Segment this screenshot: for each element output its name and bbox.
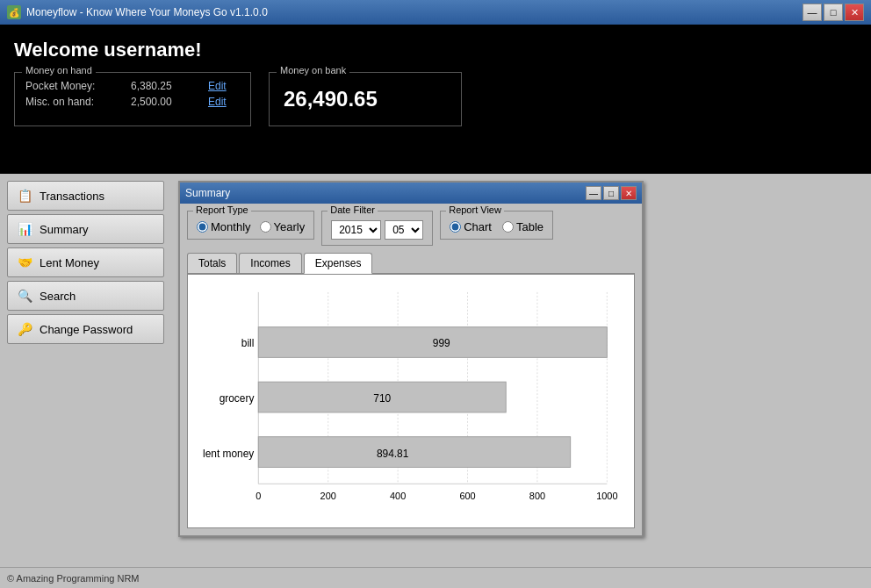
sidebar-lent-money-button[interactable]: 🤝 Lent Money	[7, 247, 164, 277]
sidebar: 📋 Transactions 📊 Summary 🤝 Lent Money 🔍 …	[0, 174, 171, 567]
summary-window-title: Summary	[185, 187, 230, 199]
summary-close-button[interactable]: ✕	[621, 186, 637, 200]
app-footer: © Amazing Programming NRM	[0, 567, 871, 588]
search-icon: 🔍	[17, 288, 32, 304]
tab-totals[interactable]: Totals	[187, 253, 237, 273]
lent-money-label: Lent Money	[40, 256, 99, 269]
x-axis-400: 400	[390, 491, 406, 501]
money-on-bank-label: Money on bank	[277, 65, 349, 75]
month-select[interactable]: 01 02 03 04 05 06 07 08 09 10 11	[385, 220, 423, 240]
transactions-label: Transactions	[40, 190, 104, 203]
tab-incomes[interactable]: Incomes	[239, 253, 301, 273]
app-icon: 💰	[7, 5, 21, 19]
year-select[interactable]: 2013 2014 2015 2016	[331, 220, 381, 240]
table-radio-item[interactable]: Table	[502, 220, 543, 233]
bar-chart: 999 bill 710 grocery 894.81 lent money 0…	[197, 283, 625, 519]
misc-value: 2,500.00	[131, 96, 201, 108]
date-filter-group: Date Filter 2013 2014 2015 2016 01 02	[321, 211, 433, 246]
summary-body: Report Type Monthly Yearly	[180, 204, 642, 535]
panel-area: Summary — □ ✕ Report Type	[171, 174, 871, 567]
summary-icon: 📊	[17, 221, 32, 237]
x-axis-800: 800	[529, 491, 545, 501]
pocket-money-label: Pocket Money:	[25, 80, 131, 92]
password-icon: 🔑	[17, 321, 32, 337]
chart-radio[interactable]	[450, 221, 461, 233]
table-radio[interactable]	[502, 221, 514, 233]
bar-lent-money-label: 894.81	[377, 448, 409, 460]
pocket-money-value: 6,380.25	[131, 80, 201, 92]
summary-window-controls: — □ ✕	[586, 186, 637, 200]
pocket-money-row: Pocket Money: 6,380.25 Edit	[25, 80, 240, 92]
money-on-hand-label: Money on hand	[22, 65, 96, 75]
category-bill: bill	[241, 337, 255, 349]
summary-label: Summary	[40, 223, 89, 236]
chart-radio-item[interactable]: Chart	[450, 220, 492, 233]
x-axis-1000: 1000	[596, 491, 617, 501]
report-view-radio-row: Chart Table	[450, 217, 543, 233]
controls-row: Report Type Monthly Yearly	[187, 211, 635, 246]
summary-maximize-button[interactable]: □	[603, 186, 619, 200]
sidebar-transactions-button[interactable]: 📋 Transactions	[7, 181, 164, 211]
bar-bill-label: 999	[433, 337, 450, 349]
bottom-section: 📋 Transactions 📊 Summary 🤝 Lent Money 🔍 …	[0, 174, 871, 567]
monthly-radio[interactable]	[197, 221, 208, 233]
report-type-label: Report Type	[193, 204, 251, 215]
bar-grocery-label: 710	[373, 392, 391, 405]
misc-label: Misc. on hand:	[25, 96, 131, 108]
summary-titlebar: Summary — □ ✕	[180, 183, 642, 204]
money-on-bank-panel: Money on bank 26,490.65	[269, 72, 462, 126]
category-grocery: grocery	[220, 392, 255, 405]
change-password-label: Change Password	[40, 323, 133, 336]
bar-lent-money	[258, 437, 570, 468]
chart-label: Chart	[464, 220, 492, 233]
misc-edit[interactable]: Edit	[208, 96, 227, 108]
sidebar-search-button[interactable]: 🔍 Search	[7, 281, 164, 311]
window-controls: — □ ✕	[803, 4, 864, 21]
minimize-button[interactable]: —	[803, 4, 822, 21]
yearly-radio-item[interactable]: Yearly	[260, 220, 306, 233]
title-bar: 💰 Moneyflow - Know Where Your Moneys Go …	[0, 0, 871, 25]
header-section: Welcome username! Money on hand Pocket M…	[0, 25, 871, 174]
x-axis-600: 600	[459, 491, 475, 501]
report-type-group: Report Type Monthly Yearly	[187, 211, 314, 240]
summary-minimize-button[interactable]: —	[586, 186, 601, 200]
yearly-label: Yearly	[274, 220, 306, 233]
app-title: Moneyflow - Know Where Your Moneys Go v1…	[26, 6, 268, 18]
yearly-radio[interactable]	[260, 221, 271, 233]
lent-money-icon: 🤝	[17, 255, 32, 270]
monthly-label: Monthly	[211, 220, 251, 233]
category-lent-money: lent money	[203, 448, 254, 460]
table-label: Table	[516, 220, 543, 233]
report-view-label: Report View	[446, 204, 504, 215]
tab-expenses[interactable]: Expenses	[304, 253, 373, 274]
maximize-button[interactable]: □	[824, 4, 843, 21]
date-filter-selects: 2013 2014 2015 2016 01 02 03 04 05	[331, 217, 423, 240]
report-type-radio-row: Monthly Yearly	[197, 217, 305, 233]
money-panels: Money on hand Pocket Money: 6,380.25 Edi…	[14, 72, 857, 126]
date-filter-label: Date Filter	[328, 204, 378, 215]
sidebar-change-password-button[interactable]: 🔑 Change Password	[7, 314, 164, 344]
money-on-hand-panel: Money on hand Pocket Money: 6,380.25 Edi…	[14, 72, 251, 126]
misc-row: Misc. on hand: 2,500.00 Edit	[25, 96, 240, 108]
pocket-money-edit[interactable]: Edit	[208, 80, 227, 92]
monthly-radio-item[interactable]: Monthly	[197, 220, 251, 233]
sidebar-summary-button[interactable]: 📊 Summary	[7, 214, 164, 244]
transactions-icon: 📋	[17, 188, 32, 204]
summary-window: Summary — □ ✕ Report Type	[178, 181, 644, 537]
x-axis-200: 200	[320, 491, 336, 501]
bank-amount: 26,490.65	[280, 80, 450, 118]
welcome-heading: Welcome username!	[14, 39, 857, 61]
close-button[interactable]: ✕	[845, 4, 864, 21]
report-view-group: Report View Chart Table	[440, 211, 553, 240]
search-label: Search	[40, 290, 76, 303]
tabs-row: Totals Incomes Expenses	[187, 253, 635, 274]
x-axis-0: 0	[256, 491, 261, 501]
footer-text: © Amazing Programming NRM	[7, 573, 140, 584]
chart-area: 999 bill 710 grocery 894.81 lent money 0…	[187, 274, 635, 528]
